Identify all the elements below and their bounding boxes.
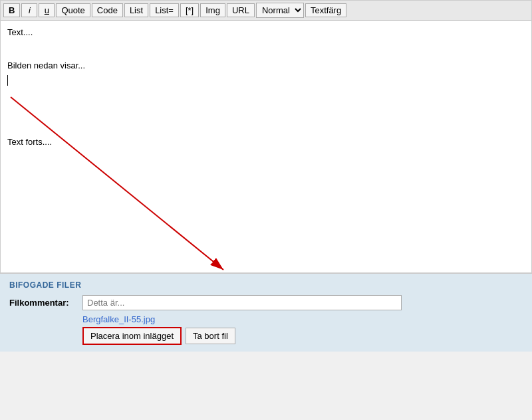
italic-button[interactable]: i [21,3,37,17]
button-row: Placera inom inlägget Ta bort fil [82,327,523,345]
star-button[interactable]: [*] [180,3,199,17]
underline-button[interactable]: u [39,3,55,17]
attached-title: BIFOGADE FILER [9,280,523,290]
editor-line-6 [7,102,525,116]
editor-line-8: Text forts.... [7,136,525,150]
editor-line-2 [7,43,525,56]
editor-line-1: Text.... [7,26,525,40]
quote-button[interactable]: Quote [56,3,90,17]
place-in-post-button[interactable]: Placera inom inlägget [82,327,182,345]
attached-section: BIFOGADE FILER Filkommentar: Bergfalke_I… [0,274,532,352]
editor-area[interactable]: Text.... Bilden nedan visar... Text fort… [1,21,531,273]
format-select[interactable]: Normal [256,3,304,18]
editor-line-12 [7,201,525,215]
file-link[interactable]: Bergfalke_II-55.jpg [82,314,523,324]
editor-line-9 [7,152,525,166]
bold-button[interactable]: B [3,3,20,17]
filkommentar-row: Filkommentar: [9,295,523,310]
filkommentar-input[interactable] [82,295,402,310]
list-button[interactable]: List [124,3,148,17]
editor-line-11 [7,185,525,199]
filkommentar-label: Filkommentar: [9,298,82,308]
cursor-line [7,75,525,86]
text-cursor [7,75,8,86]
editor-line-3: Bilden nedan visar... [7,59,525,73]
editor-line-7 [7,119,525,133]
remove-file-button[interactable]: Ta bort fil [186,328,235,344]
textfarg-button[interactable]: Textfärg [305,3,346,17]
editor-wrapper: Text.... Bilden nedan visar... Text fort… [1,21,531,273]
editor-line-10 [7,168,525,182]
url-button[interactable]: URL [227,3,255,17]
img-button[interactable]: Img [200,3,225,17]
list-eq-button[interactable]: List= [150,3,179,17]
editor-line-5 [7,86,525,100]
toolbar: B i u Quote Code List List= [*] Img URL … [1,1,531,21]
editor-container: B i u Quote Code List List= [*] Img URL … [0,0,532,274]
code-button[interactable]: Code [92,3,123,17]
